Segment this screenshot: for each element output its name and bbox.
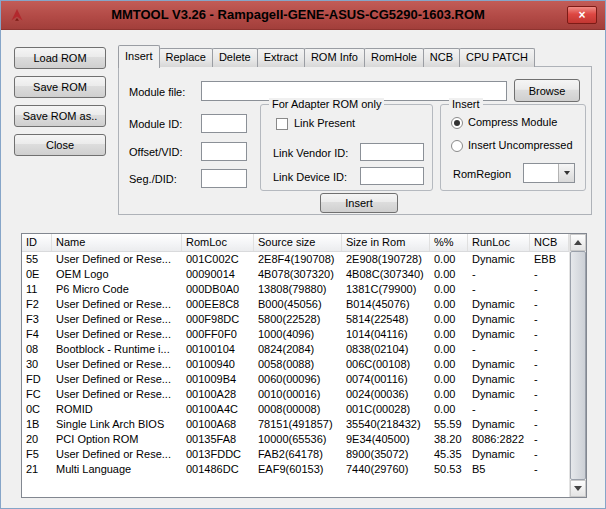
table-cell-source-size: 0060(00096)	[254, 372, 342, 387]
insert-options-group-title: Insert	[449, 98, 483, 111]
insert-button[interactable]: Insert	[320, 193, 398, 213]
table-row[interactable]: FDUser Defined or Rese...001009B40060(00…	[22, 372, 569, 387]
table-cell-id: F4	[22, 327, 52, 342]
table-cell-romloc: 0013FDDC	[182, 447, 254, 462]
tab-replace[interactable]: Replace	[159, 48, 213, 67]
seg-did-input[interactable]	[201, 169, 247, 188]
table-cell-source-size: B000(45056)	[254, 297, 342, 312]
link-vendor-id-input[interactable]	[360, 143, 424, 161]
table-cell-name: OEM Logo	[52, 267, 182, 282]
scroll-up-button[interactable]	[570, 234, 586, 251]
table-cell-name: User Defined or Rese...	[52, 252, 182, 267]
table-row[interactable]: F4User Defined or Rese...000FF0F01000(40…	[22, 327, 569, 342]
table-cell-percent: 0.00	[430, 252, 468, 267]
table-row[interactable]: F5User Defined or Rese...0013FDDCFAB2(64…	[22, 447, 569, 462]
table-cell-source-size: 0058(0088)	[254, 357, 342, 372]
scroll-up-icon	[574, 240, 582, 245]
module-id-input[interactable]	[201, 114, 247, 133]
table-cell-ncb: -	[530, 342, 569, 357]
table-row[interactable]: 20PCI Option ROM00135FA810000(65536)9E34…	[22, 432, 569, 447]
table-cell-id: 21	[22, 462, 52, 477]
dropdown-arrow-icon[interactable]	[558, 164, 574, 182]
table-cell-ncb: -	[530, 432, 569, 447]
tab-delete[interactable]: Delete	[212, 48, 258, 67]
scrollbar-thumb[interactable]	[570, 251, 586, 480]
table-cell-id: 11	[22, 282, 52, 297]
column-header-id[interactable]: ID	[22, 234, 52, 251]
table-cell-ncb: -	[530, 402, 569, 417]
table-cell-name: User Defined or Rese...	[52, 357, 182, 372]
table-cell-romloc: 000DB0A0	[182, 282, 254, 297]
rom-region-label: RomRegion	[453, 168, 511, 181]
tab-extract[interactable]: Extract	[257, 48, 305, 67]
table-cell-size-in-rom: 9E34(40500)	[342, 432, 430, 447]
column-header-ncb[interactable]: NCB	[530, 234, 569, 251]
table-cell-runloc: Dynamic	[468, 357, 530, 372]
table-cell-runloc: Dynamic	[468, 372, 530, 387]
table-row[interactable]: 0EOEM Logo000900144B078(307320)4B08C(307…	[22, 267, 569, 282]
table-cell-romloc: 00100940	[182, 357, 254, 372]
tab-rom-info[interactable]: ROM Info	[304, 48, 365, 67]
save-rom-button[interactable]: Save ROM	[14, 76, 106, 98]
table-cell-ncb: -	[530, 297, 569, 312]
table-cell-runloc: Dynamic	[468, 312, 530, 327]
tab-cpu-patch[interactable]: CPU PATCH	[459, 48, 535, 67]
table-cell-ncb: -	[530, 267, 569, 282]
tab-ncb[interactable]: NCB	[423, 48, 460, 67]
column-header-romloc[interactable]: RomLoc	[182, 234, 254, 251]
column-header-percent[interactable]: %%	[430, 234, 468, 251]
column-header-size-in-rom[interactable]: Size in Rom	[342, 234, 430, 251]
table-header: IDNameRomLocSource sizeSize in Rom%%RunL…	[22, 234, 569, 252]
insert-uncompressed-radio[interactable]	[451, 140, 463, 152]
tab-romhole[interactable]: RomHole	[364, 48, 424, 67]
table-row[interactable]: F2User Defined or Rese...000EE8C8B000(45…	[22, 297, 569, 312]
load-rom-button[interactable]: Load ROM	[14, 47, 106, 69]
save-rom-as-button[interactable]: Save ROM as..	[14, 105, 106, 127]
table-cell-id: F2	[22, 297, 52, 312]
table-row[interactable]: 11P6 Micro Code000DB0A013808(79880)1381C…	[22, 282, 569, 297]
table-row[interactable]: 08Bootblock - Runtime i...001001040824(2…	[22, 342, 569, 357]
offset-vid-input[interactable]	[201, 142, 247, 161]
table-cell-id: 30	[22, 357, 52, 372]
link-present-checkbox[interactable]	[276, 118, 288, 130]
table-cell-id: FD	[22, 372, 52, 387]
table-cell-percent: 0.00	[430, 297, 468, 312]
scroll-down-button[interactable]	[570, 480, 586, 497]
column-header-source-size[interactable]: Source size	[254, 234, 342, 251]
title-bar[interactable]: MMTOOL V3.26 - RampageII-GENE-ASUS-CG529…	[1, 1, 605, 30]
table-cell-id: 20	[22, 432, 52, 447]
table-cell-percent: 0.00	[430, 327, 468, 342]
window-close-button[interactable]: ×	[567, 6, 597, 24]
table-row[interactable]: 1BSingle Link Arch BIOS00100A6878151(491…	[22, 417, 569, 432]
table-row[interactable]: 30User Defined or Rese...001009400058(00…	[22, 357, 569, 372]
link-device-id-input[interactable]	[360, 167, 424, 185]
column-header-runloc[interactable]: RunLoc	[468, 234, 530, 251]
table-cell-runloc: Dynamic	[468, 447, 530, 462]
table-cell-size-in-rom: 5814(22548)	[342, 312, 430, 327]
compress-module-radio[interactable]	[451, 117, 463, 129]
scroll-down-icon	[574, 486, 582, 491]
table-cell-ncb: EBB	[530, 252, 569, 267]
table-row[interactable]: 21Multi Language001486DCEAF9(60153)7440(…	[22, 462, 569, 477]
browse-button[interactable]: Browse	[514, 79, 580, 102]
vertical-scrollbar[interactable]	[569, 234, 586, 497]
table-cell-runloc: Dynamic	[468, 297, 530, 312]
table-row[interactable]: 55User Defined or Rese...001C002C2E8F4(1…	[22, 252, 569, 267]
rom-region-select[interactable]	[523, 163, 575, 183]
table-cell-id: F3	[22, 312, 52, 327]
table-cell-size-in-rom: 2E908(190728)	[342, 252, 430, 267]
table-cell-name: ROMID	[52, 402, 182, 417]
table-row[interactable]: F3User Defined or Rese...000F98DC5800(22…	[22, 312, 569, 327]
table-cell-source-size: 1000(4096)	[254, 327, 342, 342]
table-row[interactable]: 0CROMID00100A4C0008(00008)001C(00028)0.0…	[22, 402, 569, 417]
table-row[interactable]: FCUser Defined or Rese...00100A280010(00…	[22, 387, 569, 402]
table-cell-source-size: FAB2(64178)	[254, 447, 342, 462]
app-icon[interactable]	[9, 7, 25, 23]
table-cell-runloc: -	[468, 282, 530, 297]
table-cell-ncb: -	[530, 372, 569, 387]
table-cell-source-size: 78151(491857)	[254, 417, 342, 432]
adapter-rom-group: For Adapter ROM only Link Present Link V…	[260, 104, 433, 191]
tab-insert[interactable]: Insert	[118, 45, 160, 68]
column-header-name[interactable]: Name	[52, 234, 182, 251]
close-button[interactable]: Close	[14, 134, 106, 156]
